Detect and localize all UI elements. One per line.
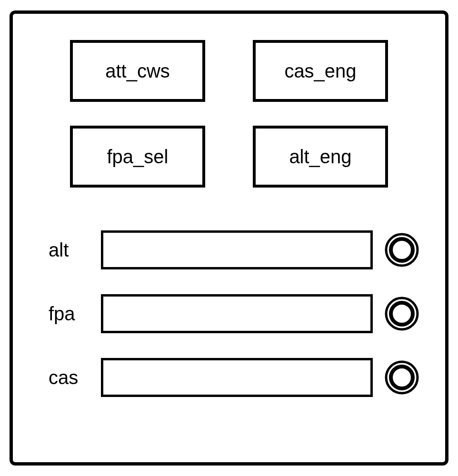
control-panel: att_cws cas_eng fpa_sel alt_eng alt fpa	[10, 10, 448, 466]
cas-row: cas	[49, 358, 419, 397]
cas-eng-button[interactable]: cas_eng	[253, 40, 388, 102]
cas-eng-label: cas_eng	[284, 60, 356, 82]
alt-input[interactable]	[101, 230, 373, 269]
knob-icon	[385, 297, 419, 331]
alt-eng-label: alt_eng	[289, 146, 351, 168]
fpa-label: fpa	[49, 303, 94, 325]
knob-icon	[385, 233, 419, 267]
fpa-sel-label: fpa_sel	[107, 146, 169, 168]
cas-knob[interactable]	[385, 360, 419, 395]
fpa-sel-button[interactable]: fpa_sel	[70, 126, 205, 188]
alt-eng-button[interactable]: alt_eng	[253, 126, 388, 188]
cas-input[interactable]	[101, 358, 373, 397]
svg-point-3	[391, 303, 413, 325]
fpa-input[interactable]	[101, 294, 373, 333]
alt-label: alt	[49, 239, 94, 261]
knob-icon	[385, 360, 419, 395]
cas-label: cas	[49, 367, 94, 388]
fpa-knob[interactable]	[385, 297, 419, 331]
alt-knob[interactable]	[385, 233, 419, 267]
mode-button-grid: att_cws cas_eng fpa_sel alt_eng	[32, 40, 426, 188]
alt-row: alt	[49, 230, 419, 269]
att-cws-label: att_cws	[105, 60, 170, 82]
svg-point-5	[391, 367, 413, 388]
input-section: alt fpa cas	[32, 230, 426, 397]
svg-point-1	[391, 239, 413, 261]
fpa-row: fpa	[49, 294, 419, 333]
att-cws-button[interactable]: att_cws	[70, 40, 205, 102]
